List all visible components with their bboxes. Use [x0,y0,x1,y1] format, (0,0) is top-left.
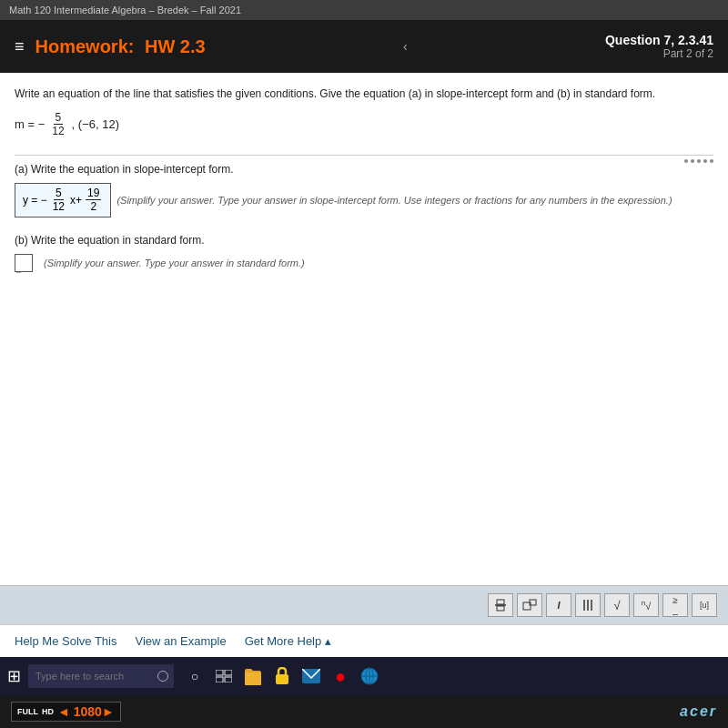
start-button[interactable]: ⊞ [7,666,21,686]
question-instructions: Write an equation of the line that satis… [15,86,713,102]
taskbar: ⊞ ○ [0,657,728,695]
dot2 [691,159,694,163]
superscript-btn[interactable] [517,593,542,617]
given-m-label: m = − [15,117,45,131]
part-b-section: (b) Write the equation in standard form.… [15,234,713,276]
hw-header-left: ≡ Homework: HW 2.3 [15,36,206,57]
svg-rect-11 [225,677,232,682]
taskbar-icons: ○ [185,666,379,686]
acer-logo: acer [680,703,717,720]
part-b-hint: (Simplify your answer. Type your answer … [44,258,305,268]
content-wrapper: ≡ Homework: HW 2.3 ‹ Question 7, 2.3.41 … [0,20,728,657]
dot3 [697,159,701,163]
search-input[interactable] [28,664,174,688]
search-wrap [28,664,174,688]
taskbar-mail-icon[interactable] [301,666,321,686]
bottom-bar: FULL HD ◄ 1080► acer [0,695,728,728]
given-point: , (−6, 12) [72,117,119,131]
dot5 [710,159,713,163]
view-example-link[interactable]: View an Example [135,634,226,648]
hw-number: HW 2.3 [145,36,206,56]
part-a-num2: 19 [86,187,101,200]
hw-header: ≡ Homework: HW 2.3 ‹ Question 7, 2.3.41 … [0,20,728,73]
lock-svg [275,667,289,685]
browser-title-bar: Math 120 Intermediate Algebra – Bredek –… [0,0,728,20]
hd-label: HD [42,707,54,716]
svg-rect-12 [245,672,261,685]
mail-svg [302,669,320,683]
nav-arrow[interactable]: ‹ [403,39,408,54]
search-circle-icon [157,671,168,682]
part-a-frac2: 19 2 [86,187,101,214]
folder-svg [245,667,261,685]
m-fraction: 5 12 [50,111,66,138]
math-toolbar: I √ n√ ≥_ [u] [0,585,728,624]
svg-rect-10 [216,677,223,682]
part-a-prefix: y = − [23,194,47,207]
taskbar-file-icon[interactable] [243,666,263,686]
get-more-help-link[interactable]: Get More Help ▴ [245,634,331,648]
part-a-answer-box[interactable]: y = − 5 12 x+ 19 2 [15,183,111,217]
abs-icon [581,598,595,612]
geq-icon: ≥_ [672,595,678,615]
nthroot-btn[interactable]: n√ [633,593,659,617]
full-label: FULL [17,707,38,716]
dot4 [703,159,707,163]
part-a-label: (a) Write the equation in slope-intercep… [15,163,713,176]
superscript-icon [522,598,537,612]
homework-label: Homework: [35,36,135,56]
part-a-x: x+ [70,194,82,207]
globe-svg [360,667,379,685]
resolution: ◄ 1080► [57,704,115,719]
part-a-den2: 2 [88,200,98,213]
help-solve-link[interactable]: Help Me Solve This [15,634,116,648]
m-denominator: 12 [50,125,66,137]
taskbar-lock-icon[interactable] [272,666,292,686]
svg-rect-2 [497,606,504,611]
hamburger-icon[interactable]: ≡ [15,37,25,56]
divider1 [15,155,713,156]
unit-btn[interactable]: [u] [692,593,717,617]
part-a-den1: 12 [51,200,66,213]
part-b-label: (b) Write the equation in standard form. [15,234,713,247]
taskbar-cortana-icon[interactable]: ○ [185,666,205,686]
part-a-num1: 5 [54,187,64,200]
fullhd-badge: FULL HD ◄ 1080► [11,702,121,722]
part-a-frac1: 5 12 [51,187,66,214]
dots-row [684,159,713,163]
question-part: Part 2 of 2 [605,47,713,60]
unit-icon: [u] [700,601,709,610]
help-bar: Help Me Solve This View an Example Get M… [0,624,728,657]
cursor-line: _ [16,264,21,273]
m-numerator: 5 [54,111,64,125]
sqrt-icon: √ [613,599,620,612]
dot1 [684,159,688,163]
question-number: Question 7, 2.3.41 [605,33,713,47]
fraction-icon [493,598,508,612]
question-given: m = − 5 12 , (−6, 12) [15,111,713,138]
browser-title: Math 120 Intermediate Algebra – Bredek –… [9,5,241,15]
taskbar-globe-icon[interactable] [359,666,379,686]
multitask-svg [216,670,232,682]
geq-btn[interactable]: ≥_ [662,593,688,617]
svg-rect-1 [497,600,504,604]
text-btn[interactable]: I [546,593,571,617]
question-area: Write an equation of the line that satis… [0,73,728,585]
hw-title: Homework: HW 2.3 [35,36,206,57]
taskbar-circle-icon[interactable]: ● [330,666,350,686]
part-b-input[interactable]: _ [15,254,33,272]
abs-btn[interactable] [575,593,601,617]
screen: Math 120 Intermediate Algebra – Bredek –… [0,0,728,728]
sqrt-btn[interactable]: √ [604,593,630,617]
nthroot-icon: n√ [642,599,652,612]
taskbar-multitask-icon[interactable] [214,666,234,686]
part-a-hint: (Simplify your answer. Type your answer … [116,195,672,206]
text-icon: I [557,600,560,611]
svg-rect-8 [216,670,223,675]
part-a-answer-row: y = − 5 12 x+ 19 2 (Simplify your answer… [15,183,713,217]
svg-rect-13 [276,674,288,684]
hw-header-right: Question 7, 2.3.41 Part 2 of 2 [605,33,713,60]
part-b-answer-row: _ (Simplify your answer. Type your answe… [15,254,713,272]
svg-rect-9 [225,670,232,675]
divide-btn[interactable] [488,593,513,617]
